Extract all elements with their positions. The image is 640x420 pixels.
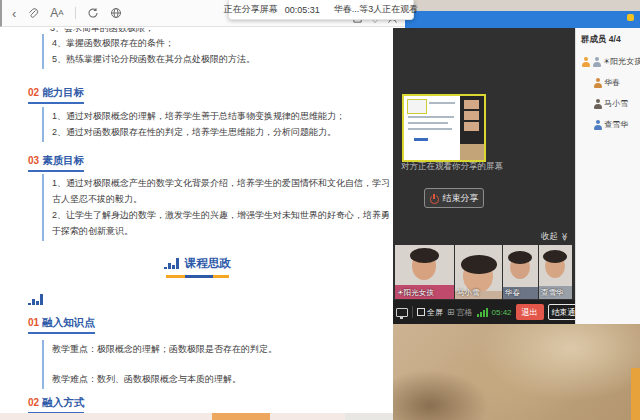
screen: ‹ AA ♡	[0, 0, 640, 420]
preview-nested-thumbnail	[407, 99, 427, 114]
bar-chart-icon	[164, 258, 179, 269]
chapter-title: 课程思政	[185, 256, 231, 271]
video-tile[interactable]: ☀阳光女孩	[395, 245, 454, 299]
self-camera-feed-dog	[393, 324, 640, 420]
share-status-text: 正在分享屏幕	[224, 3, 278, 16]
participant-face	[412, 252, 436, 280]
participant-face	[545, 254, 565, 278]
desktop-edge	[405, 0, 640, 11]
titlebar-notification-icon	[627, 14, 634, 21]
share-timer: 00:05:31	[285, 5, 320, 15]
call-duration: 05:42	[492, 308, 512, 317]
video-name-label: 马小雪	[457, 288, 480, 298]
exit-button[interactable]: 退出	[516, 304, 544, 320]
member-row[interactable]: 华春	[576, 77, 640, 88]
grid-view-button[interactable]: ⊞ 宫格	[447, 307, 473, 318]
doc-ability-goal-list: 1、通过对极限概念的理解，培养学生善于总结事物变换规律的思维能力； 2、通过对函…	[42, 107, 390, 142]
doc-topic-header-knowledge: 01融入知识点	[28, 316, 95, 334]
doc-section-header-ability: 02能力目标	[28, 86, 84, 104]
video-tile[interactable]: 查雪华	[539, 245, 572, 299]
member-list-panel: 群成员 4/4 ☀阳光女孩 华春 马小雪 查雪华	[575, 28, 640, 324]
meeting-window-titlebar	[405, 11, 640, 28]
back-chevron-icon[interactable]: ‹	[12, 7, 16, 20]
avatar	[592, 57, 601, 67]
fullscreen-icon	[417, 308, 425, 316]
video-tile[interactable]: 华春	[503, 245, 538, 299]
preview-meeting-column	[460, 96, 484, 160]
taskbar-segment	[212, 413, 270, 420]
share-viewers-text: 华春...等3人正在观看	[334, 3, 419, 16]
doc-paragraph: 教学难点：数列、函数极限概念与本质的理解。	[52, 371, 390, 387]
doc-topic-paragraphs: 教学重点：极限概念的理解；函数极限是否存在的判定。 教学难点：数列、函数极限概念…	[42, 340, 390, 389]
refresh-icon[interactable]	[87, 7, 99, 19]
chapter-underline	[2, 275, 393, 278]
bar-chart-icon	[28, 294, 43, 305]
host-badge-icon	[581, 57, 590, 67]
member-row[interactable]: ☀阳光女孩	[576, 56, 640, 67]
avatar	[593, 78, 602, 88]
member-name: ☀阳光女孩	[603, 56, 640, 67]
screen-share-banner: 正在分享屏幕 00:05:31 华春...等3人正在观看	[228, 0, 414, 20]
doc-list-item: 4、掌握函数极限存在的条件；	[52, 35, 390, 51]
member-row[interactable]: 马小雪	[576, 98, 640, 109]
member-name: 马小雪	[604, 98, 628, 109]
fullscreen-button[interactable]: 全屏	[417, 307, 443, 318]
doc-topic-header-method: 02融入方式	[28, 396, 84, 413]
doc-knowledge-goal-list: 4、掌握函数极限存在的条件； 5、熟练掌握讨论分段函数在其分点处极限的方法。	[42, 34, 390, 69]
doc-chapter-heading: 课程思政	[2, 256, 393, 278]
doc-section-header-quality: 03素质目标	[28, 154, 84, 172]
doc-paragraph: 教学重点：极限概念的理解；函数极限是否存在的判定。	[52, 341, 390, 357]
toolbar-divider	[75, 7, 76, 19]
shared-screen-preview	[402, 94, 486, 162]
doc-list-item: 5、熟练掌握讨论分段函数在其分点处极限的方法。	[52, 51, 390, 67]
font-size-icon[interactable]: AA	[50, 7, 63, 19]
avatar	[593, 120, 602, 130]
video-name-label: ☀阳光女孩	[397, 288, 434, 298]
taskbar-edge	[0, 413, 393, 420]
avatar	[593, 99, 602, 109]
member-row[interactable]: 查雪华	[576, 119, 640, 130]
video-thumbnail-row: ☀阳光女孩 马小雪 华春 查雪华	[395, 245, 573, 299]
monitor-icon	[396, 308, 408, 317]
video-tile[interactable]: 马小雪	[455, 245, 502, 299]
globe-icon[interactable]	[110, 7, 122, 19]
doc-list-item: 2、通过对函数极限存在性的判定，培养学生思维能力，分析问题能力。	[52, 124, 390, 140]
member-list-title: 群成员 4/4	[576, 28, 640, 46]
doc-list-item: 1、通过对极限概念产生的数学文化背景介绍，培养学生的爱国情怀和文化自信，学习古人…	[52, 175, 390, 207]
video-name-label: 查雪华	[541, 288, 564, 298]
power-icon	[430, 194, 439, 203]
doc-list-item: 1、通过对极限概念的理解，培养学生善于总结事物变换规律的思维能力；	[52, 108, 390, 124]
doc-quality-goal-list: 1、通过对极限概念产生的数学文化背景介绍，培养学生的爱国情怀和文化自信，学习古人…	[42, 174, 390, 241]
participant-face	[510, 255, 530, 279]
camera-feed-edge	[631, 368, 640, 420]
shared-document: 3、会求简单的函数极限； 4、掌握函数极限存在的条件； 5、熟练掌握讨论分段函数…	[2, 28, 393, 413]
collapse-chevron-icon: ≫	[560, 233, 568, 241]
grid-icon: ⊞	[447, 307, 455, 317]
video-name-label: 华春	[505, 288, 520, 298]
meeting-toolbar: 全屏 ⊞ 宫格 05:42 退出 结束通...	[393, 300, 575, 324]
doc-list-item: 2、让学生了解身边的数学，激发学生的兴趣，增强学生对未知世界的好奇心，培养勇于探…	[52, 207, 390, 239]
attach-icon[interactable]	[27, 7, 39, 19]
collapse-videos-button[interactable]: 收起 ≫	[541, 231, 568, 243]
end-share-button[interactable]: 结束分享	[424, 188, 484, 208]
taskbar-segment	[345, 413, 393, 420]
member-name: 华春	[604, 77, 620, 88]
watching-status-text: 对方正在观看你分享的屏幕	[401, 161, 573, 173]
signal-bars-icon	[477, 308, 488, 317]
member-name: 查雪华	[604, 119, 628, 130]
